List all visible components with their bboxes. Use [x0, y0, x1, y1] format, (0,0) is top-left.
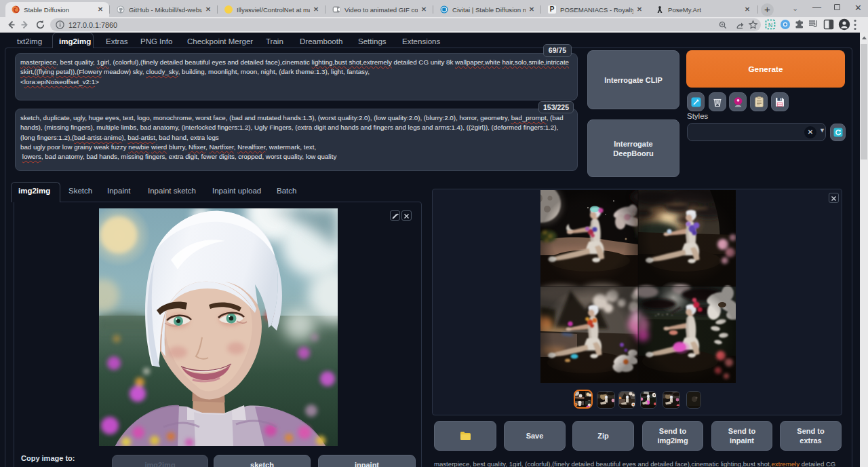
svg-text:N: N: [768, 22, 773, 29]
